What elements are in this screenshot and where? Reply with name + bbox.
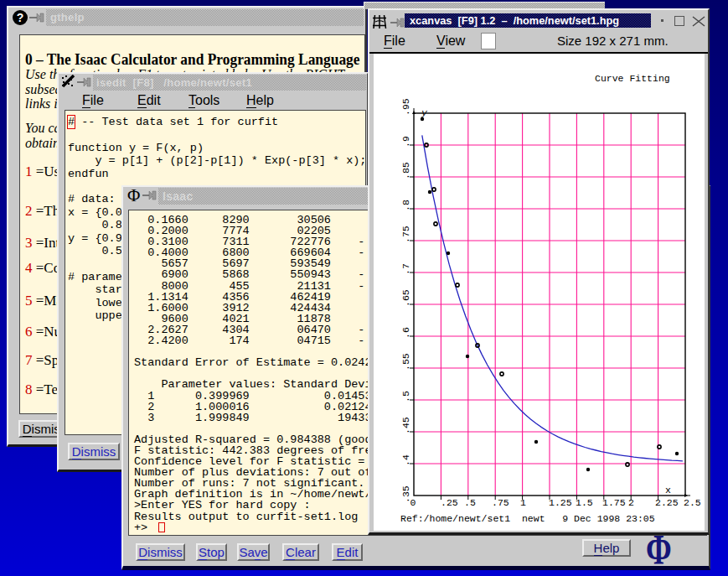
svg-text:.5: .5 — [464, 497, 476, 508]
svg-text:1.25: 1.25 — [549, 497, 572, 508]
svg-text:Ref:/home/newt/set1 newt 9: Ref:/home/newt/set1 newt 9 Dec 1998 23:0… — [400, 513, 655, 524]
svg-text:.25: .25 — [441, 497, 458, 508]
svg-text:1.75: 1.75 — [602, 497, 626, 508]
svg-text:.75: .75 — [492, 497, 509, 508]
svg-text:.5: .5 — [400, 391, 411, 402]
svg-text:.8: .8 — [400, 200, 411, 211]
svg-text:1: 1 — [520, 497, 526, 508]
svg-text:.85: .85 — [400, 162, 411, 179]
svg-text:.45: .45 — [400, 417, 411, 434]
svg-text:.95: .95 — [400, 98, 411, 116]
svg-text:.6: .6 — [400, 327, 411, 339]
svg-text:.75: .75 — [400, 226, 411, 243]
svg-text:.9: .9 — [400, 136, 411, 148]
svg-text:2.5: 2.5 — [684, 497, 701, 508]
svg-text:x: x — [665, 485, 671, 496]
svg-text:.65: .65 — [400, 289, 411, 307]
svg-text:1.5: 1.5 — [576, 497, 593, 508]
svg-text:.4: .4 — [400, 454, 411, 466]
svg-text:2: 2 — [628, 497, 634, 508]
svg-text:.55: .55 — [400, 353, 411, 371]
svg-text:Curve Fitting: Curve Fitting — [595, 73, 670, 84]
svg-text:0: 0 — [410, 497, 416, 508]
svg-text:.7: .7 — [400, 263, 411, 275]
svg-text:2.25: 2.25 — [655, 497, 679, 508]
